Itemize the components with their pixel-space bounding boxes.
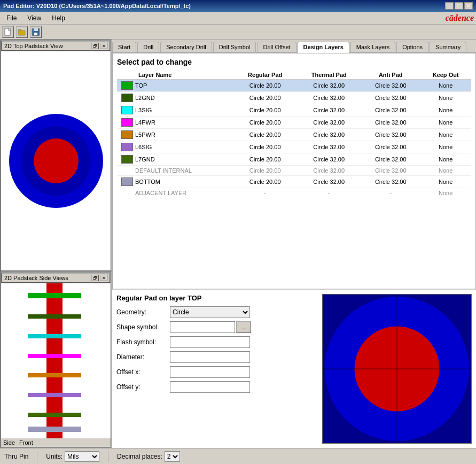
maximize-button[interactable]: □ bbox=[455, 2, 463, 10]
main-layout: 2D Top Padstack View 🗗 ✕ bbox=[0, 40, 476, 448]
side-view-restore[interactable]: 🗗 bbox=[91, 275, 99, 281]
anti-pad-cell: Circle 32.00 bbox=[361, 141, 420, 153]
diameter-input[interactable]: 20.00 bbox=[170, 351, 250, 363]
minimize-button[interactable]: − bbox=[445, 2, 454, 10]
offset-x-input[interactable]: 0.00 bbox=[170, 366, 250, 378]
menu-view[interactable]: View bbox=[23, 13, 45, 23]
thermal-pad-cell: Circle 32.00 bbox=[296, 153, 361, 166]
title-bar-text: Pad Editor: V20D10 (C:/Users/351A~1.000/… bbox=[3, 3, 191, 9]
menu-help[interactable]: Help bbox=[48, 13, 69, 23]
shape-symbol-browse-btn[interactable]: ... bbox=[236, 321, 251, 333]
side-view-svg bbox=[1, 283, 108, 438]
anti-pad-cell: Circle 32.00 bbox=[361, 129, 420, 141]
regular-pad-cell: Circle 20.00 bbox=[233, 166, 296, 176]
keep-out-cell: None bbox=[420, 166, 471, 176]
layer-name-cell: L3SIG bbox=[117, 104, 233, 117]
status-bar: Thru Pin Units: Mils mm Inches Microns D… bbox=[0, 448, 476, 464]
layer-color-swatch bbox=[121, 94, 133, 102]
diameter-row: Diameter: 20.00 bbox=[116, 351, 318, 363]
regular-pad-cell: Circle 20.00 bbox=[233, 129, 296, 141]
new-button[interactable] bbox=[2, 26, 14, 38]
tabs-bar: Start Drill Secondary Drill Drill Symbol… bbox=[112, 40, 476, 53]
tab-mask-layers[interactable]: Mask Layers bbox=[350, 42, 395, 52]
side-view-panel: 2D Padstack Side Views 🗗 ✕ bbox=[0, 272, 112, 448]
top-view-close[interactable]: ✕ bbox=[100, 43, 107, 49]
tab-drill-offset[interactable]: Drill Offset bbox=[257, 42, 296, 52]
svg-rect-16 bbox=[28, 413, 81, 417]
content-area: Select pad to change Layer Name Regular … bbox=[112, 53, 476, 289]
anti-pad-cell: - bbox=[361, 188, 420, 198]
table-row[interactable]: DEFAULT INTERNALCircle 20.00Circle 32.00… bbox=[117, 166, 471, 176]
units-label: Units: bbox=[46, 453, 63, 460]
regular-pad-cell: Circle 20.00 bbox=[233, 153, 296, 166]
table-row[interactable]: L4PWRCircle 20.00Circle 32.00Circle 32.0… bbox=[117, 117, 471, 129]
offset-y-input[interactable]: 0.00 bbox=[170, 381, 250, 393]
side-view-labels: Side Front bbox=[1, 438, 111, 447]
keep-out-cell: None bbox=[420, 188, 471, 198]
geometry-select[interactable]: CircleSquareOblongRectangleOctagonShape bbox=[170, 306, 250, 318]
layer-name: DEFAULT INTERNAL bbox=[135, 167, 192, 174]
regular-pad-cell: Circle 20.00 bbox=[233, 141, 296, 153]
thermal-pad-cell: Circle 32.00 bbox=[296, 104, 361, 117]
tab-drill[interactable]: Drill bbox=[137, 42, 159, 52]
tab-drill-symbol[interactable]: Drill Symbol bbox=[213, 42, 256, 52]
svg-rect-5 bbox=[34, 33, 37, 35]
anti-pad-cell: Circle 32.00 bbox=[361, 166, 420, 176]
table-row[interactable]: L3SIGCircle 20.00Circle 32.00Circle 32.0… bbox=[117, 104, 471, 117]
table-row[interactable]: TOPCircle 20.00Circle 32.00Circle 32.00N… bbox=[117, 80, 471, 92]
regular-pad-cell: Circle 20.00 bbox=[233, 92, 296, 104]
anti-pad-cell: Circle 32.00 bbox=[361, 104, 420, 117]
layer-name-cell: L2GND bbox=[117, 92, 233, 104]
layer-name: L4PWR bbox=[135, 119, 155, 126]
table-row[interactable]: L2GNDCircle 20.00Circle 32.00Circle 32.0… bbox=[117, 92, 471, 104]
svg-rect-13 bbox=[28, 354, 81, 358]
svg-rect-10 bbox=[28, 293, 81, 298]
col-layer-name: Layer Name bbox=[117, 71, 233, 80]
table-row[interactable]: L6SIGCircle 20.00Circle 32.00Circle 32.0… bbox=[117, 141, 471, 153]
decimal-places-select[interactable]: 2 3 4 bbox=[165, 451, 180, 462]
anti-pad-cell: Circle 32.00 bbox=[361, 176, 420, 188]
layer-name-cell: L6SIG bbox=[117, 141, 233, 153]
table-title: Select pad to change bbox=[117, 58, 471, 66]
diameter-label: Diameter: bbox=[116, 353, 170, 361]
flash-symbol-input[interactable] bbox=[170, 336, 250, 348]
geometry-row: Geometry: CircleSquareOblongRectangleOct… bbox=[116, 306, 318, 318]
side-view-title: 2D Padstack Side Views bbox=[4, 275, 68, 281]
layer-name-cell: L7GND bbox=[117, 153, 233, 166]
anti-pad-cell: Circle 32.00 bbox=[361, 92, 420, 104]
menu-file[interactable]: File bbox=[2, 13, 21, 23]
tab-secondary-drill[interactable]: Secondary Drill bbox=[160, 42, 212, 52]
tab-start[interactable]: Start bbox=[112, 42, 136, 52]
table-row[interactable]: ADJACENT LAYER---None bbox=[117, 188, 471, 198]
anti-pad-cell: Circle 32.00 bbox=[361, 80, 420, 92]
svg-rect-4 bbox=[34, 28, 38, 31]
top-view-title: 2D Top Padstack View bbox=[4, 43, 63, 49]
layer-color-swatch bbox=[121, 177, 133, 186]
regular-pad-cell: Circle 20.00 bbox=[233, 80, 296, 92]
bottom-section: Regular Pad on layer TOP Geometry: Circl… bbox=[112, 289, 476, 448]
form-section: Regular Pad on layer TOP Geometry: Circl… bbox=[116, 294, 318, 444]
table-row[interactable]: L7GNDCircle 20.00Circle 32.00Circle 32.0… bbox=[117, 153, 471, 166]
save-button[interactable] bbox=[30, 26, 42, 38]
flash-symbol-row: Flash symbol: bbox=[116, 336, 318, 348]
tab-summary[interactable]: Summary bbox=[430, 42, 466, 52]
top-view-restore[interactable]: 🗗 bbox=[91, 43, 99, 49]
pad-preview-svg bbox=[323, 294, 471, 444]
form-title: Regular Pad on layer TOP bbox=[116, 294, 318, 302]
side-view-buttons: 🗗 ✕ bbox=[91, 275, 107, 281]
tab-options[interactable]: Options bbox=[396, 42, 428, 52]
units-select[interactable]: Mils mm Inches Microns bbox=[65, 451, 99, 462]
open-button[interactable] bbox=[16, 26, 28, 38]
tab-design-layers[interactable]: Design Layers bbox=[298, 42, 349, 53]
side-view-close[interactable]: ✕ bbox=[100, 275, 107, 281]
table-row[interactable]: L5PWRCircle 20.00Circle 32.00Circle 32.0… bbox=[117, 129, 471, 141]
layer-color-swatch bbox=[121, 130, 133, 139]
menu-bar: File View Help cādence bbox=[0, 12, 476, 25]
col-regular-pad: Regular Pad bbox=[233, 71, 296, 80]
keep-out-cell: None bbox=[420, 176, 471, 188]
shape-symbol-input[interactable] bbox=[170, 321, 235, 333]
offset-x-row: Offset x: 0.00 bbox=[116, 366, 318, 378]
anti-pad-cell: Circle 32.00 bbox=[361, 117, 420, 129]
close-button[interactable]: ✕ bbox=[464, 2, 473, 10]
table-row[interactable]: BOTTOMCircle 20.00Circle 32.00Circle 32.… bbox=[117, 176, 471, 188]
